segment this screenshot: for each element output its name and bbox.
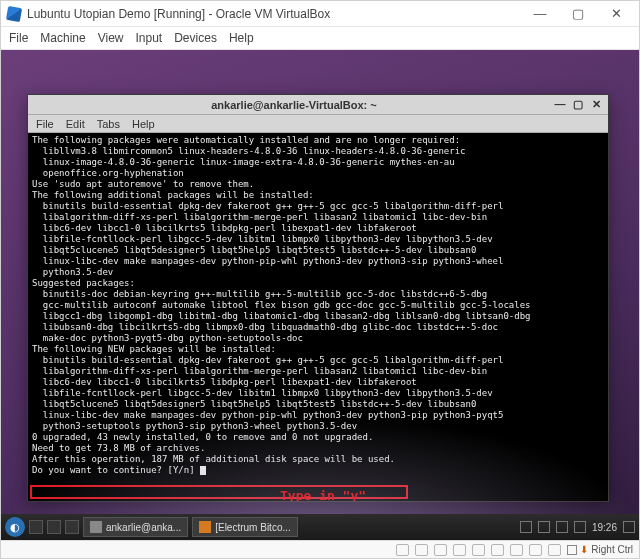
- tray-icon[interactable]: [520, 521, 532, 533]
- terminal-body[interactable]: The following packages were automaticall…: [28, 133, 608, 501]
- terminal-menu-edit[interactable]: Edit: [66, 118, 85, 130]
- vb-menu-help[interactable]: Help: [229, 31, 254, 45]
- terminal-line: libllvm3.8 libmircommon5 linux-headers-4…: [32, 146, 604, 157]
- taskbar-item-electrum[interactable]: [Electrum Bitco...: [192, 517, 298, 537]
- terminal-minimize-button[interactable]: —: [554, 98, 566, 111]
- hostkey-icon: [567, 545, 577, 555]
- terminal-maximize-button[interactable]: ▢: [572, 98, 584, 111]
- terminal-menu-help[interactable]: Help: [132, 118, 155, 130]
- terminal-line: The following additional packages will b…: [32, 190, 604, 201]
- virtualbox-statusbar: ⬇Right Ctrl: [1, 540, 639, 558]
- tray-volume-icon[interactable]: [556, 521, 568, 533]
- terminal-line: Do you want to continue? [Y/n]: [32, 465, 604, 476]
- vb-indicator-network-icon[interactable]: [453, 544, 466, 556]
- terminal-line: linux-libc-dev make manpages-dev python-…: [32, 256, 604, 267]
- terminal-menu-file[interactable]: File: [36, 118, 54, 130]
- terminal-cursor: [200, 466, 206, 475]
- terminal-line: Suggested packages:: [32, 278, 604, 289]
- terminal-line: linux-libc-dev make manpages-dev python-…: [32, 410, 604, 421]
- taskbar-item-label: ankarlie@anka...: [106, 522, 181, 533]
- terminal-line: make-doc python3-pyqt5-dbg python-setupt…: [32, 333, 604, 344]
- terminal-line: Use 'sudo apt autoremove' to remove them…: [32, 179, 604, 190]
- vb-indicator-optical-icon[interactable]: [415, 544, 428, 556]
- window-close-button[interactable]: ✕: [597, 3, 635, 25]
- terminal-line: binutils build-essential dpkg-dev fakero…: [32, 201, 604, 212]
- terminal-line: After this operation, 187 MB of addition…: [32, 454, 604, 465]
- terminal-icon: [90, 521, 102, 533]
- terminal-line: python3-setuptools python3-sip python3-w…: [32, 421, 604, 432]
- terminal-line: 0 upgraded, 43 newly installed, 0 to rem…: [32, 432, 604, 443]
- guest-taskbar: ◐ ankarlie@anka... [Electrum Bitco... 19…: [1, 514, 639, 540]
- terminal-line: Need to get 73.8 MB of archives.: [32, 443, 604, 454]
- annotation-box: [30, 485, 408, 499]
- terminal-window: ankarlie@ankarlie-VirtualBox: ~ — ▢ ✕ Fi…: [27, 94, 609, 502]
- virtualbox-title-text: Lubuntu Utopian Demo [Running] - Oracle …: [27, 7, 521, 21]
- taskbar-item-terminal[interactable]: ankarlie@anka...: [83, 517, 188, 537]
- taskbar-item-label: [Electrum Bitco...: [215, 522, 291, 533]
- terminal-line: libalgorithm-diff-xs-perl libalgorithm-m…: [32, 212, 604, 223]
- window-minimize-button[interactable]: —: [521, 3, 559, 25]
- quicklaunch-icon[interactable]: [47, 520, 61, 534]
- vb-indicator-usb-icon[interactable]: [472, 544, 485, 556]
- vb-hostkey: ⬇Right Ctrl: [567, 544, 633, 555]
- annotation-text: Type in "y": [280, 490, 366, 501]
- terminal-line: libqt5clucene5 libqt5designer5 libqt5hel…: [32, 399, 604, 410]
- terminal-line: gcc-multilib autoconf automake libtool f…: [32, 300, 604, 311]
- files-icon[interactable]: [29, 520, 43, 534]
- terminal-menubar: File Edit Tabs Help: [28, 115, 608, 133]
- tray-battery-icon[interactable]: [574, 521, 586, 533]
- terminal-line: python3.5-dev: [32, 267, 604, 278]
- terminal-line: libgcc1-dbg libgomp1-dbg libitm1-dbg lib…: [32, 311, 604, 322]
- vb-menu-devices[interactable]: Devices: [174, 31, 217, 45]
- terminal-menu-tabs[interactable]: Tabs: [97, 118, 120, 130]
- tray-session-icon[interactable]: [623, 521, 635, 533]
- terminal-line: libc6-dev libcc1-0 libcilkrts5 libdpkg-p…: [32, 223, 604, 234]
- clock[interactable]: 19:26: [592, 522, 617, 533]
- terminal-line: openoffice.org-hyphenation: [32, 168, 604, 179]
- tray-network-icon[interactable]: [538, 521, 550, 533]
- terminal-line: binutils-doc debian-keyring g++-multilib…: [32, 289, 604, 300]
- vb-indicator-hdd-icon[interactable]: [396, 544, 409, 556]
- vb-menu-input[interactable]: Input: [136, 31, 163, 45]
- vb-indicator-display-icon[interactable]: [510, 544, 523, 556]
- terminal-titlebar[interactable]: ankarlie@ankarlie-VirtualBox: ~ — ▢ ✕: [28, 95, 608, 115]
- terminal-title-text: ankarlie@ankarlie-VirtualBox: ~: [34, 99, 554, 111]
- virtualbox-titlebar: Lubuntu Utopian Demo [Running] - Oracle …: [1, 1, 639, 27]
- vb-indicator-audio-icon[interactable]: [434, 544, 447, 556]
- start-menu-button[interactable]: ◐: [5, 517, 25, 537]
- terminal-line: libfile-fcntllock-perl libgcc-5-dev libi…: [32, 388, 604, 399]
- vb-hostkey-label: Right Ctrl: [591, 544, 633, 555]
- electrum-icon: [199, 521, 211, 533]
- terminal-close-button[interactable]: ✕: [590, 98, 602, 111]
- vb-indicator-recording-icon[interactable]: [529, 544, 542, 556]
- terminal-line: libc6-dev libcc1-0 libcilkrts5 libdpkg-p…: [32, 377, 604, 388]
- terminal-line: The following packages were automaticall…: [32, 135, 604, 146]
- terminal-line: linux-image-4.8.0-36-generic linux-image…: [32, 157, 604, 168]
- terminal-line: libubsan0-dbg libcilkrts5-dbg libmpx0-db…: [32, 322, 604, 333]
- terminal-line: binutils build-essential dpkg-dev fakero…: [32, 355, 604, 366]
- quicklaunch-icon-2[interactable]: [65, 520, 79, 534]
- terminal-line: The following NEW packages will be insta…: [32, 344, 604, 355]
- vb-indicator-shared-icon[interactable]: [491, 544, 504, 556]
- vb-menu-machine[interactable]: Machine: [40, 31, 85, 45]
- virtualbox-window: Lubuntu Utopian Demo [Running] - Oracle …: [0, 0, 640, 559]
- terminal-line: libalgorithm-diff-xs-perl libalgorithm-m…: [32, 366, 604, 377]
- system-tray: 19:26: [520, 521, 635, 533]
- vb-menu-file[interactable]: File: [9, 31, 28, 45]
- vb-menu-view[interactable]: View: [98, 31, 124, 45]
- terminal-line: libfile-fcntllock-perl libgcc-5-dev libi…: [32, 234, 604, 245]
- vb-indicator-cpu-icon[interactable]: [548, 544, 561, 556]
- terminal-line: libqt5clucene5 libqt5designer5 libqt5hel…: [32, 245, 604, 256]
- guest-desktop[interactable]: ankarlie@ankarlie-VirtualBox: ~ — ▢ ✕ Fi…: [1, 50, 639, 540]
- virtualbox-menubar: File Machine View Input Devices Help: [1, 27, 639, 50]
- virtualbox-icon: [6, 5, 22, 21]
- window-maximize-button[interactable]: ▢: [559, 3, 597, 25]
